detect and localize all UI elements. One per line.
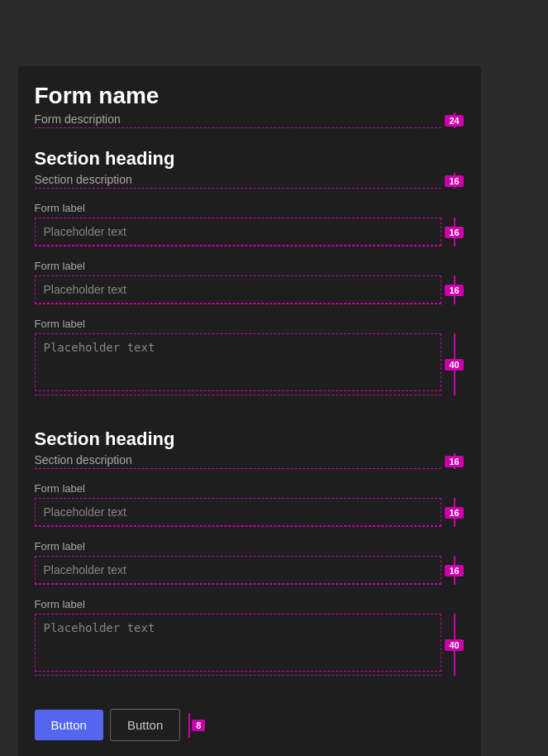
primary-button[interactable]: Button bbox=[35, 710, 103, 740]
s1-field3-label: Form label bbox=[35, 318, 465, 330]
s2-field2-input[interactable] bbox=[35, 556, 441, 584]
form-description: Form description bbox=[35, 112, 441, 126]
s2-field2-label: Form label bbox=[35, 540, 465, 553]
s1-field1-input[interactable] bbox=[35, 218, 441, 246]
section-2-heading: Section heading bbox=[35, 428, 465, 450]
s1-field3-badge: 40 bbox=[445, 359, 463, 371]
s2-field1-badge: 16 bbox=[445, 507, 463, 519]
section-2-description: Section description bbox=[35, 453, 441, 467]
description-spacing-badge: 24 bbox=[445, 115, 463, 127]
s1-field1-label: Form label bbox=[35, 202, 465, 214]
buttons-gap-badge: 8 bbox=[192, 720, 205, 731]
form-title: Form name bbox=[35, 83, 465, 109]
s1-field1-badge: 16 bbox=[445, 227, 463, 238]
s2-field2-badge: 16 bbox=[445, 565, 463, 577]
secondary-button[interactable]: Button bbox=[110, 709, 180, 741]
s2-field1-input[interactable] bbox=[35, 498, 441, 526]
s2-field1-label: Form label bbox=[35, 482, 465, 495]
buttons-row: Button Button 8 bbox=[35, 709, 465, 741]
s2-field3-textarea[interactable] bbox=[35, 614, 441, 672]
s1-field2-badge: 16 bbox=[445, 285, 463, 296]
s1-desc-badge: 16 bbox=[445, 175, 463, 187]
s1-field2-label: Form label bbox=[35, 260, 465, 272]
s2-field3-badge: 40 bbox=[445, 639, 463, 651]
section-1-description: Section description bbox=[35, 173, 441, 186]
s1-field2-input[interactable] bbox=[35, 275, 441, 304]
section-1-heading: Section heading bbox=[35, 148, 465, 170]
s1-field3-textarea[interactable] bbox=[35, 333, 441, 391]
s2-field3-label: Form label bbox=[35, 598, 465, 610]
s2-desc-badge: 16 bbox=[445, 456, 463, 467]
